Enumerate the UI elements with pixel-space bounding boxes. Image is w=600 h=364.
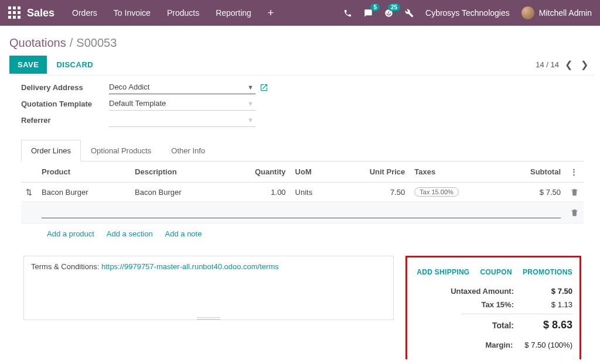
quotation-template-label: Quotation Template: [21, 99, 109, 108]
trash-icon[interactable]: [570, 208, 579, 217]
field-referrer: Referrer ▼: [21, 112, 584, 128]
terms-textarea[interactable]: Terms & Conditions: https://9979757-mast…: [23, 256, 394, 320]
cell-uom[interactable]: Units: [291, 183, 335, 202]
promotions-button[interactable]: PROMOTIONS: [523, 268, 572, 276]
total-value: $ 8.63: [526, 319, 572, 331]
margin-label: Margin:: [485, 341, 513, 349]
dropdown-caret-icon[interactable]: ▼: [247, 116, 254, 123]
tab-order-lines[interactable]: Order Lines: [21, 140, 81, 162]
add-menu-icon[interactable]: +: [268, 7, 274, 19]
avatar-icon: [521, 6, 534, 19]
pager-next-icon[interactable]: ❯: [578, 58, 591, 71]
tax-badge: Tax 15.00%: [414, 187, 458, 197]
trash-icon[interactable]: [570, 187, 579, 196]
add-links: Add a product Add a section Add a note: [21, 224, 584, 244]
tax-value: $ 1.13: [526, 300, 572, 309]
margin-value: $ 7.50 (100%): [524, 341, 572, 349]
add-product-link[interactable]: Add a product: [47, 229, 94, 238]
resize-handle-icon[interactable]: [197, 317, 220, 320]
breadcrumb: Quotations / S00053: [0, 26, 600, 56]
cell-quantity[interactable]: 1.00: [223, 183, 290, 202]
form-scroll[interactable]: Delivery Address ▼ Quotation Template ▼ …: [9, 75, 594, 359]
phone-icon[interactable]: [343, 8, 352, 18]
cell-product[interactable]: Bacon Burger: [37, 183, 130, 202]
messages-badge: 5: [370, 4, 380, 11]
field-quotation-template: Quotation Template ▼: [21, 95, 584, 112]
drag-handle-icon[interactable]: ⇅: [21, 183, 37, 202]
pager-prev-icon[interactable]: ❮: [562, 58, 575, 71]
tab-other-info[interactable]: Other Info: [161, 140, 215, 161]
cell-subtotal: $ 7.50: [499, 183, 565, 202]
coupon-button[interactable]: COUPON: [480, 268, 512, 276]
untaxed-value: $ 7.50: [526, 287, 572, 296]
order-lines-table: Product Description Quantity UoM Unit Pr…: [21, 162, 584, 224]
nav-to-invoice[interactable]: To Invoice: [114, 8, 151, 18]
table-row[interactable]: ⇅ Bacon Burger Bacon Burger 1.00 Units 7…: [21, 183, 584, 202]
activities-icon[interactable]: 25: [384, 8, 393, 18]
activities-badge: 25: [388, 4, 400, 11]
breadcrumb-root[interactable]: Quotations: [9, 36, 66, 50]
company-selector[interactable]: Cybrosys Technologies: [425, 8, 510, 18]
col-taxes: Taxes: [410, 162, 499, 183]
cell-taxes[interactable]: Tax 15.00%: [410, 183, 499, 202]
tab-optional-products[interactable]: Optional Products: [81, 140, 161, 161]
col-unit-price: Unit Price: [335, 162, 410, 183]
dropdown-caret-icon[interactable]: ▼: [247, 84, 254, 91]
new-line-input[interactable]: [42, 207, 561, 218]
dropdown-caret-icon[interactable]: ▼: [247, 100, 254, 107]
user-menu[interactable]: Mitchell Admin: [521, 6, 592, 19]
user-name: Mitchell Admin: [539, 8, 592, 18]
nav-reporting[interactable]: Reporting: [216, 8, 251, 18]
debug-icon[interactable]: [405, 8, 414, 18]
totals-panel: ADD SHIPPING COUPON PROMOTIONS Untaxed A…: [405, 256, 581, 359]
col-product: Product: [37, 162, 130, 183]
nav-orders[interactable]: Orders: [72, 8, 97, 18]
col-subtotal: Subtotal: [499, 162, 565, 183]
cell-description[interactable]: Bacon Burger: [130, 183, 223, 202]
delivery-address-label: Delivery Address: [21, 83, 109, 92]
field-delivery-address: Delivery Address ▼: [21, 79, 584, 95]
terms-link[interactable]: https://9979757-master-all.runbot40.odoo…: [101, 262, 279, 271]
cell-unit-price[interactable]: 7.50: [335, 183, 410, 202]
top-navbar: Sales Orders To Invoice Products Reporti…: [0, 0, 600, 26]
breadcrumb-current: S00053: [76, 36, 117, 50]
col-options-icon[interactable]: ⋮: [565, 162, 584, 183]
save-button[interactable]: SAVE: [9, 56, 47, 74]
col-description: Description: [130, 162, 223, 183]
total-label: Total:: [492, 321, 514, 330]
pager: 14 / 14 ❮ ❯: [536, 58, 591, 71]
tax-label: Tax 15%:: [482, 300, 514, 309]
apps-menu-icon[interactable]: [8, 6, 21, 19]
external-link-icon[interactable]: [260, 83, 268, 92]
add-note-link[interactable]: Add a note: [165, 229, 202, 238]
delivery-address-input[interactable]: [109, 80, 255, 94]
col-quantity: Quantity: [223, 162, 290, 183]
breadcrumb-sep: /: [70, 36, 73, 50]
discard-button[interactable]: DISCARD: [56, 60, 93, 69]
messages-icon[interactable]: 5: [364, 8, 373, 18]
quotation-template-input[interactable]: [109, 97, 255, 111]
app-brand[interactable]: Sales: [27, 7, 54, 19]
add-section-link[interactable]: Add a section: [107, 229, 153, 238]
add-shipping-button[interactable]: ADD SHIPPING: [417, 268, 469, 276]
referrer-label: Referrer: [21, 116, 109, 125]
terms-prefix: Terms & Conditions:: [31, 262, 101, 271]
nav-products[interactable]: Products: [167, 8, 199, 18]
tabs: Order Lines Optional Products Other Info: [21, 140, 584, 162]
bottom-area: Terms & Conditions: https://9979757-mast…: [21, 256, 584, 359]
new-line-row: [21, 202, 584, 224]
untaxed-label: Untaxed Amount:: [451, 287, 514, 296]
pager-count: 14 / 14: [536, 60, 559, 69]
referrer-input[interactable]: [109, 113, 255, 127]
col-uom: UoM: [291, 162, 335, 183]
